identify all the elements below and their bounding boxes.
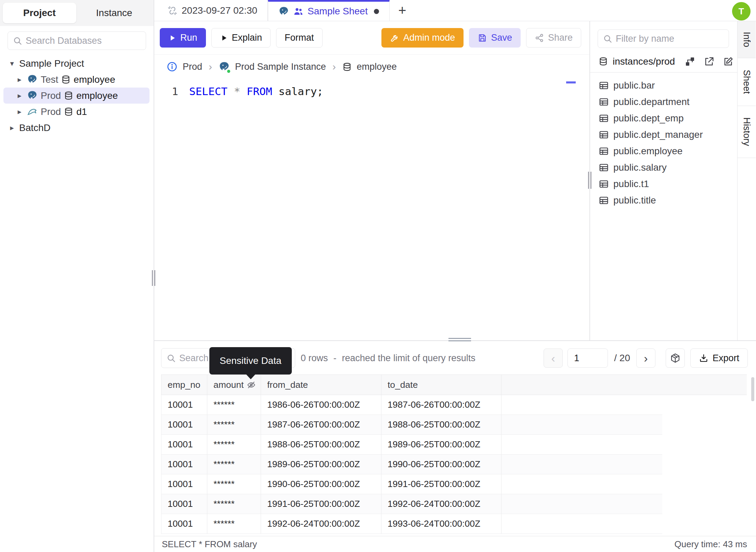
new-tab-button[interactable]: + [394, 0, 410, 21]
sql-editor[interactable]: 1 SELECT * FROM salary; [154, 79, 589, 340]
environment-label: Test [41, 74, 58, 85]
tree-node-database[interactable]: ▸ Prod d1 [3, 104, 149, 120]
prev-page-button[interactable]: ‹ [544, 349, 563, 368]
list-item-table[interactable]: public.department [590, 94, 737, 110]
table-row: 10001******1989-06-25T00:00:00Z1990-06-2… [161, 455, 662, 474]
executed-query: SELECT * FROM salary [162, 539, 257, 550]
table-filter-input[interactable] [616, 34, 724, 44]
schema-path: instances/prod [613, 56, 675, 67]
table-row: 10001******1986-06-26T00:00:00Z1987-06-2… [161, 395, 662, 415]
column-header-to-date[interactable]: to_date [381, 375, 501, 395]
list-item-table[interactable]: public.bar [590, 77, 737, 94]
share-icon [535, 33, 544, 43]
sheet-tab-sample-sheet[interactable]: Sample Sheet [268, 0, 390, 21]
database-label: d1 [76, 106, 87, 117]
breadcrumb: Prod › Prod Sample Instance › employee [154, 55, 589, 79]
info-icon[interactable] [167, 61, 178, 72]
eye-off-icon[interactable] [247, 380, 256, 390]
column-header-emp-no[interactable]: emp_no [161, 375, 207, 395]
results-resize-handle[interactable] [448, 338, 471, 341]
save-label: Save [491, 32, 512, 43]
next-page-button[interactable]: › [636, 349, 655, 368]
breadcrumb-instance[interactable]: Prod Sample Instance [235, 62, 326, 72]
environment-label: Prod [41, 90, 61, 101]
caret-right-icon[interactable]: ▸ [8, 123, 16, 132]
database-search-input[interactable] [26, 36, 141, 46]
run-label: Run [180, 32, 197, 43]
list-item-table[interactable]: public.dept_emp [590, 110, 737, 127]
admin-mode-label: Admin mode [403, 32, 455, 43]
explain-label: Explain [232, 32, 262, 43]
search-icon [166, 353, 176, 363]
chevron-right-icon: › [333, 61, 336, 73]
edit-schema-icon[interactable] [723, 56, 734, 67]
external-link-icon[interactable] [704, 56, 715, 67]
save-icon [478, 33, 487, 43]
breadcrumb-env[interactable]: Prod [183, 62, 202, 72]
explain-button[interactable]: Explain [211, 28, 271, 48]
tree-node-database[interactable]: ▸ Test employee [3, 71, 149, 88]
environment-label: Prod [41, 106, 61, 117]
row-count: 0 rows [301, 353, 328, 364]
caret-right-icon[interactable]: ▸ [15, 91, 24, 100]
table-icon [599, 162, 609, 173]
list-item-table[interactable]: public.title [590, 192, 737, 209]
list-item-table[interactable]: public.employee [590, 143, 737, 159]
page-input[interactable] [568, 349, 608, 368]
code-line: 1 SELECT * FROM salary; [154, 84, 589, 98]
status-bar: SELECT * FROM salary Query time: 43 ms [154, 536, 756, 552]
table-list: public.bar public.department public.dept… [590, 77, 737, 209]
admin-mode-button[interactable]: Admin mode [381, 28, 464, 48]
database-label: employee [74, 74, 115, 85]
caret-right-icon[interactable]: ▸ [15, 107, 24, 116]
table-icon [599, 146, 609, 156]
save-button[interactable]: Save [469, 28, 521, 48]
chevron-right-icon: › [209, 61, 212, 73]
share-button[interactable]: Share [526, 28, 581, 48]
run-button[interactable]: Run [160, 28, 206, 48]
caret-down-icon[interactable]: ▾ [8, 59, 16, 68]
tab-sheet[interactable]: Sheet [738, 58, 756, 106]
postgresql-icon [27, 90, 38, 101]
panel-resize-handle[interactable] [588, 172, 592, 189]
tab-project[interactable]: Project [3, 3, 76, 23]
postgresql-icon [27, 74, 38, 85]
tree-node-batchd[interactable]: ▸ BatchD [0, 120, 154, 136]
wrench-icon [390, 33, 400, 43]
team-icon [293, 6, 303, 16]
format-button[interactable]: Format [276, 28, 323, 48]
tree-node-database-selected[interactable]: ▸ Prod employee [3, 88, 149, 104]
list-item-table[interactable]: public.t1 [590, 176, 737, 192]
tooltip-caret [246, 374, 256, 379]
caret-right-icon[interactable]: ▸ [15, 75, 24, 84]
sheet-tab-label: 2023-09-27 02:30 [182, 5, 257, 16]
column-header-from-date[interactable]: from_date [261, 375, 381, 395]
table-row: 10001******1991-06-25T00:00:00Z1992-06-2… [161, 494, 662, 514]
limit-message: reached the limit of query results [342, 353, 475, 364]
tree-node-project[interactable]: ▾ Sample Project [0, 55, 154, 71]
avatar[interactable]: T [732, 2, 751, 21]
tab-history[interactable]: History [738, 106, 756, 158]
search-icon [603, 34, 612, 43]
export-label: Export [713, 353, 739, 364]
results-scrollbar[interactable] [751, 377, 754, 401]
table-icon [599, 97, 609, 107]
sql-editor-app: Project Instance ▾ Sample Project ▸ Test… [0, 0, 756, 552]
sheet-tab-timestamp[interactable]: 2023-09-27 02:30 [157, 0, 268, 21]
export-button[interactable]: Export [690, 349, 748, 368]
breadcrumb-database[interactable]: employee [357, 62, 397, 72]
play-icon [168, 34, 177, 42]
tab-info[interactable]: Info [738, 21, 756, 58]
query-time: Query time: 43 ms [675, 539, 747, 550]
sheet-tab-label: Sample Sheet [308, 6, 368, 17]
header-filler [501, 375, 747, 395]
schema-diagram-icon[interactable] [685, 56, 695, 67]
side-panel-tabs: Info Sheet History [737, 21, 756, 340]
visualize-button[interactable] [666, 349, 685, 368]
list-item-table[interactable]: public.dept_manager [590, 127, 737, 143]
results-panel: 0 rows - reached the limit of query resu… [154, 340, 756, 536]
list-item-table[interactable]: public.salary [590, 159, 737, 176]
tab-instance[interactable]: Instance [78, 3, 151, 23]
tree-project-label: Sample Project [19, 58, 84, 69]
sidebar-resize-handle[interactable] [152, 270, 156, 286]
